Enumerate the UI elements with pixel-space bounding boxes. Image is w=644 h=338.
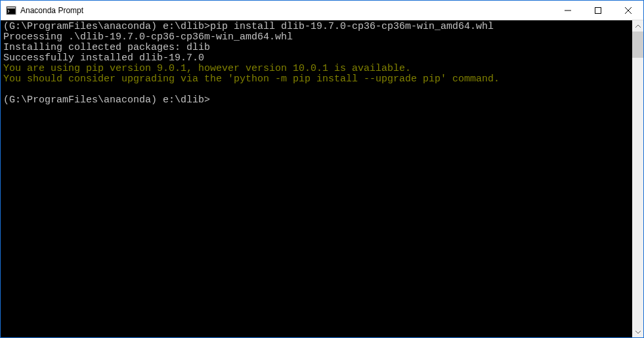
close-button[interactable] xyxy=(613,1,643,20)
window: Anaconda Prompt (G:\ProgramFiles\anacond… xyxy=(0,0,644,338)
window-controls xyxy=(553,1,643,20)
terminal-line: (G:\ProgramFiles\anaconda) e:\dlib>pip i… xyxy=(3,22,630,32)
scroll-track[interactable] xyxy=(632,32,643,326)
scroll-down-button[interactable] xyxy=(632,326,643,337)
terminal-icon xyxy=(6,5,16,16)
scrollbar xyxy=(632,20,643,337)
scroll-thumb[interactable] xyxy=(632,32,643,58)
window-title: Anaconda Prompt xyxy=(20,6,553,15)
svg-rect-3 xyxy=(595,7,601,13)
terminal-output[interactable]: (G:\ProgramFiles\anaconda) e:\dlib>pip i… xyxy=(1,20,632,337)
terminal-wrap: (G:\ProgramFiles\anaconda) e:\dlib>pip i… xyxy=(1,20,643,337)
terminal-line: You should consider upgrading via the 'p… xyxy=(3,74,630,85)
minimize-button[interactable] xyxy=(553,1,583,20)
terminal-line: (G:\ProgramFiles\anaconda) e:\dlib> xyxy=(3,95,630,106)
terminal-line: You are using pip version 9.0.1, however… xyxy=(3,64,630,74)
scroll-up-button[interactable] xyxy=(632,20,643,32)
titlebar: Anaconda Prompt xyxy=(1,1,643,20)
terminal-line: Successfully installed dlib-19.7.0 xyxy=(3,53,630,64)
terminal-line xyxy=(3,85,630,95)
terminal-line: Installing collected packages: dlib xyxy=(3,43,630,53)
maximize-button[interactable] xyxy=(583,1,613,20)
terminal-line: Processing .\dlib-19.7.0-cp36-cp36m-win_… xyxy=(3,32,630,43)
svg-rect-1 xyxy=(7,7,15,9)
